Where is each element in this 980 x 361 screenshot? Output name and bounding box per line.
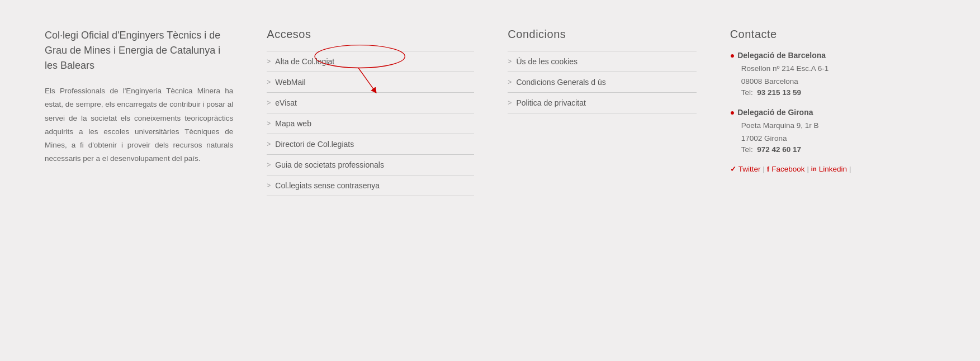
condicions-item-privacitat[interactable]: > Politica de privacitat: [508, 93, 696, 113]
chevron-icon: >: [508, 78, 512, 86]
condicions-title: Condicions: [508, 28, 696, 41]
org-description: Els Professionals de l'Enginyeria Tècnic…: [45, 84, 233, 166]
chevron-icon: >: [267, 58, 271, 65]
condicions-column: Condicions > Ús de les cookies > Condici…: [491, 28, 713, 196]
accesos-item-alta[interactable]: > Alta de Col.legiat: [267, 51, 474, 72]
linkedin-link[interactable]: in Linkedin: [811, 165, 847, 173]
contacte-column: Contacte ● Delegació de Barcelona Rosell…: [713, 28, 935, 196]
about-column: Col·legi Oficial d'Enginyers Tècnics i d…: [45, 28, 250, 196]
girona-tel: Tel: 972 42 60 17: [741, 145, 919, 154]
pin-icon-barcelona: ●: [730, 51, 735, 60]
linkedin-icon: in: [811, 165, 817, 172]
facebook-link[interactable]: f Facebook: [767, 165, 805, 173]
chevron-icon: >: [267, 140, 271, 148]
separator-1: |: [763, 165, 764, 173]
accesos-item-sense-contrasenya[interactable]: > Col.legiats sense contrasenya: [267, 175, 474, 196]
girona-address1: Poeta Marquina 9, 1r B: [741, 120, 919, 132]
accesos-item-directori[interactable]: > Directori de Col.legiats: [267, 134, 474, 155]
barcelona-tel: Tel: 93 215 13 59: [741, 88, 919, 97]
delegation-barcelona: ● Delegació de Barcelona: [730, 51, 919, 60]
separator-2: |: [807, 165, 808, 173]
barcelona-address2: 08008 Barcelona: [741, 75, 919, 88]
accesos-column: Accesos > Alta de Col.legiat > WebMail >…: [250, 28, 491, 196]
chevron-icon: >: [267, 99, 271, 107]
twitter-link[interactable]: ✓ Twitter: [730, 165, 761, 173]
accesos-item-guia[interactable]: > Guia de societats professionals: [267, 155, 474, 175]
chevron-icon: >: [508, 58, 512, 65]
twitter-icon: ✓: [730, 165, 736, 173]
delegation-girona: ● Delegació de Girona: [730, 108, 919, 117]
facebook-icon: f: [767, 165, 769, 173]
separator-3: |: [849, 165, 851, 173]
chevron-icon: >: [267, 161, 271, 169]
pin-icon-girona: ●: [730, 108, 735, 117]
accesos-item-evisat[interactable]: > eVisat: [267, 93, 474, 113]
contacte-title: Contacte: [730, 28, 919, 41]
chevron-icon: >: [508, 99, 512, 107]
social-links: ✓ Twitter | f Facebook | in Linkedin |: [730, 165, 919, 173]
girona-address2: 17002 Girona: [741, 132, 919, 145]
condicions-item-generals[interactable]: > Condicions Generals d ús: [508, 72, 696, 93]
accesos-item-webmail[interactable]: > WebMail: [267, 72, 474, 93]
accesos-title: Accesos: [267, 28, 474, 41]
condicions-item-cookies[interactable]: > Ús de les cookies: [508, 51, 696, 72]
barcelona-address1: Rosellon nº 214 Esc.A 6-1: [741, 63, 919, 75]
chevron-icon: >: [267, 182, 271, 189]
chevron-icon: >: [267, 78, 271, 86]
org-name: Col·legi Oficial d'Enginyers Tècnics i d…: [45, 28, 233, 73]
chevron-icon: >: [267, 120, 271, 127]
accesos-item-mapa[interactable]: > Mapa web: [267, 113, 474, 134]
